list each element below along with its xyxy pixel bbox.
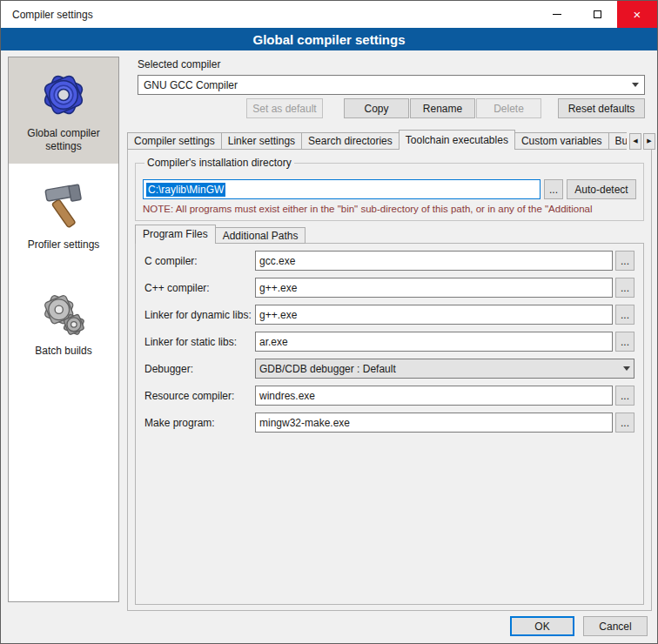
set-as-default-button[interactable]: Set as default bbox=[246, 98, 323, 118]
static-linker-value: ar.exe bbox=[259, 336, 288, 348]
toolchain-subtabs: Program Files Additional Paths bbox=[135, 225, 306, 244]
field-row: Make program: mingw32-make.exe ... bbox=[144, 413, 634, 433]
static-linker-input[interactable]: ar.exe bbox=[255, 332, 613, 352]
tab-scroll-controls: ◀ ▶ bbox=[627, 132, 655, 150]
selected-compiler-label: Selected compiler bbox=[138, 58, 220, 70]
resource-compiler-value: windres.exe bbox=[259, 390, 315, 402]
field-row: Debugger: GDB/CDB debugger : Default bbox=[144, 359, 634, 379]
sidebar-item-label: Profiler settings bbox=[28, 238, 100, 252]
tab-search-directories[interactable]: Search directories bbox=[301, 132, 400, 150]
resource-compiler-browse-button[interactable]: ... bbox=[615, 386, 634, 406]
gray-gears-icon bbox=[38, 289, 89, 339]
tab-scroll-left-button[interactable]: ◀ bbox=[629, 133, 641, 150]
field-row: C compiler: gcc.exe ... bbox=[144, 251, 634, 271]
make-program-browse-button[interactable]: ... bbox=[615, 413, 634, 433]
hammer-icon bbox=[38, 183, 89, 233]
sidebar: Global compiler settings Profiler settin… bbox=[8, 57, 119, 602]
make-program-input[interactable]: mingw32-make.exe bbox=[255, 413, 613, 433]
install-note: NOTE: All programs must exist either in … bbox=[143, 204, 636, 214]
window-title: Compiler settings bbox=[1, 9, 93, 21]
installation-directory-group: Compiler's installation directory C:\ray… bbox=[135, 157, 644, 221]
field-label: Linker for static libs: bbox=[144, 336, 255, 348]
tab-toolchain-executables[interactable]: Toolchain executables bbox=[399, 130, 515, 150]
field-label: C++ compiler: bbox=[144, 282, 255, 294]
chevron-down-icon bbox=[632, 83, 639, 87]
rename-button[interactable]: Rename bbox=[410, 98, 475, 118]
sidebar-item-label: Batch builds bbox=[35, 345, 91, 358]
sidebar-item-label: Global compiler settings bbox=[12, 127, 115, 153]
debugger-select[interactable]: GDB/CDB debugger : Default bbox=[255, 359, 634, 379]
field-row: Linker for static libs: ar.exe ... bbox=[144, 332, 634, 352]
subtab-additional-paths[interactable]: Additional Paths bbox=[215, 227, 306, 244]
titlebar[interactable]: Compiler settings × bbox=[1, 1, 657, 28]
install-dir-browse-button[interactable]: ... bbox=[544, 179, 563, 199]
minimize-icon bbox=[553, 14, 561, 15]
minimize-button[interactable] bbox=[537, 1, 577, 28]
main-tabstrip: Compiler settings Linker settings Search… bbox=[127, 130, 652, 150]
c-compiler-value: gcc.exe bbox=[259, 255, 295, 267]
make-program-value: mingw32-make.exe bbox=[259, 417, 350, 429]
static-linker-browse-button[interactable]: ... bbox=[615, 332, 634, 352]
maximize-button[interactable] bbox=[577, 1, 617, 28]
subtab-program-files[interactable]: Program Files bbox=[135, 225, 216, 244]
dynamic-linker-value: g++.exe bbox=[259, 309, 297, 321]
chevron-down-icon bbox=[623, 366, 630, 371]
window-controls: × bbox=[537, 1, 657, 28]
install-dir-selected-text: C:\raylib\MinGW bbox=[146, 183, 225, 197]
field-row: Linker for dynamic libs: g++.exe ... bbox=[144, 305, 634, 325]
debugger-value: GDB/CDB debugger : Default bbox=[259, 363, 396, 375]
sidebar-item-global-compiler-settings[interactable]: Global compiler settings bbox=[9, 57, 118, 164]
tab-linker-settings[interactable]: Linker settings bbox=[221, 132, 302, 150]
copy-button[interactable]: Copy bbox=[344, 98, 409, 118]
c-compiler-input[interactable]: gcc.exe bbox=[255, 251, 613, 271]
installation-directory-row: C:\raylib\MinGW ... Auto-detect bbox=[143, 179, 636, 199]
toolchain-executables-panel: Compiler's installation directory C:\ray… bbox=[127, 149, 652, 611]
cpp-compiler-input[interactable]: g++.exe bbox=[255, 278, 613, 298]
sidebar-item-batch-builds[interactable]: Batch builds bbox=[9, 270, 118, 376]
field-row: C++ compiler: g++.exe ... bbox=[144, 278, 634, 298]
right-arrow-icon: ▶ bbox=[647, 138, 651, 144]
sidebar-item-profiler-settings[interactable]: Profiler settings bbox=[9, 164, 118, 270]
compiler-settings-window: Compiler settings × Global compiler sett… bbox=[0, 0, 658, 644]
dialog-title: Global compiler settings bbox=[252, 32, 405, 47]
field-label: Resource compiler: bbox=[144, 390, 255, 402]
blue-gear-icon bbox=[37, 68, 91, 122]
cpp-compiler-value: g++.exe bbox=[259, 282, 297, 294]
program-files-panel: C compiler: gcc.exe ... C++ compiler: g+… bbox=[135, 243, 644, 605]
install-dir-input[interactable]: C:\raylib\MinGW bbox=[143, 179, 540, 199]
field-label: Linker for dynamic libs: bbox=[144, 309, 255, 321]
delete-button[interactable]: Delete bbox=[476, 98, 541, 118]
c-compiler-browse-button[interactable]: ... bbox=[615, 251, 634, 271]
field-label: Debugger: bbox=[144, 363, 255, 375]
reset-defaults-button[interactable]: Reset defaults bbox=[558, 98, 645, 118]
field-label: Make program: bbox=[144, 417, 255, 429]
ok-button[interactable]: OK bbox=[510, 616, 574, 636]
field-row: Resource compiler: windres.exe ... bbox=[144, 386, 634, 406]
cancel-button[interactable]: Cancel bbox=[583, 616, 648, 636]
field-label: C compiler: bbox=[144, 255, 255, 267]
close-icon: × bbox=[634, 8, 641, 21]
dialog-header: Global compiler settings bbox=[1, 28, 657, 50]
autodetect-button[interactable]: Auto-detect bbox=[567, 179, 636, 199]
tab-custom-variables[interactable]: Custom variables bbox=[514, 132, 609, 150]
resource-compiler-input[interactable]: windres.exe bbox=[255, 386, 613, 406]
selected-compiler-value: GNU GCC Compiler bbox=[144, 79, 238, 91]
dynamic-linker-browse-button[interactable]: ... bbox=[615, 305, 634, 325]
cpp-compiler-browse-button[interactable]: ... bbox=[615, 278, 634, 298]
groupbox-title: Compiler's installation directory bbox=[144, 157, 294, 169]
dynamic-linker-input[interactable]: g++.exe bbox=[255, 305, 613, 325]
left-arrow-icon: ◀ bbox=[633, 138, 637, 144]
selected-compiler-dropdown[interactable]: GNU GCC Compiler bbox=[138, 75, 645, 95]
maximize-icon bbox=[594, 10, 601, 18]
close-button[interactable]: × bbox=[617, 1, 657, 28]
tab-scroll-right-button[interactable]: ▶ bbox=[643, 133, 655, 150]
tab-compiler-settings[interactable]: Compiler settings bbox=[127, 132, 222, 150]
